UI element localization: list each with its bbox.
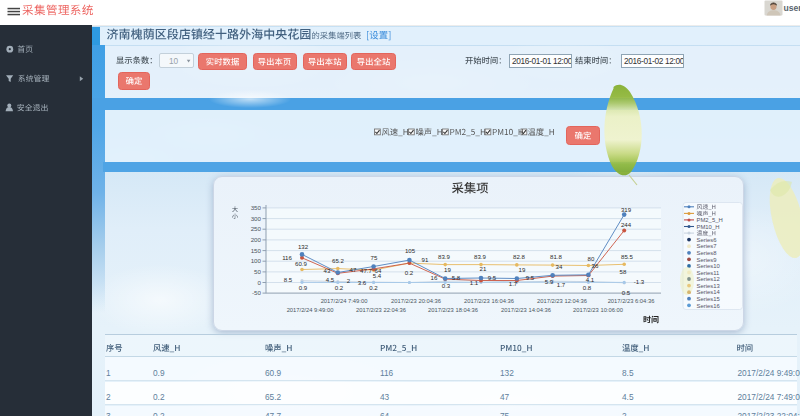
svg-text:60.9: 60.9	[265, 368, 282, 378]
svg-text:4.5: 4.5	[622, 392, 634, 402]
svg-text:132: 132	[500, 368, 514, 378]
svg-text:9.5: 9.5	[526, 274, 535, 281]
svg-text:16: 16	[431, 274, 438, 281]
svg-text:43: 43	[380, 392, 390, 402]
svg-text:75: 75	[371, 254, 378, 261]
svg-text:300: 300	[251, 215, 262, 222]
svg-text:0.9: 0.9	[153, 368, 165, 378]
svg-text:1.7: 1.7	[557, 281, 566, 288]
svg-text:0.3: 0.3	[442, 282, 451, 289]
svg-text:Series9: Series9	[697, 257, 717, 263]
svg-text:2017/2/23 22:04:36: 2017/2/23 22:04:36	[356, 307, 406, 313]
svg-text:47: 47	[500, 392, 510, 402]
svg-text:34: 34	[556, 263, 563, 270]
svg-text:116: 116	[282, 254, 292, 261]
svg-text:2017/2/24 7:49:00: 2017/2/24 7:49:00	[321, 298, 368, 304]
svg-text:65.2: 65.2	[265, 392, 282, 402]
svg-text:8.5: 8.5	[284, 276, 293, 283]
svg-text:64: 64	[380, 411, 390, 416]
svg-text:250: 250	[251, 225, 262, 232]
svg-text:19: 19	[444, 266, 451, 273]
svg-text:0: 0	[258, 279, 262, 286]
svg-text:1: 1	[106, 368, 111, 378]
svg-text:10: 10	[169, 56, 179, 66]
svg-text:4.5: 4.5	[326, 276, 335, 283]
svg-text:2017/2/23 12:04:36: 2017/2/23 12:04:36	[537, 298, 587, 304]
svg-text:82.8: 82.8	[513, 253, 525, 260]
svg-text:116: 116	[380, 368, 394, 378]
svg-text:91: 91	[422, 256, 429, 263]
svg-text:58: 58	[620, 268, 627, 275]
svg-text:85.5: 85.5	[621, 253, 633, 260]
svg-text:60.9: 60.9	[295, 260, 307, 267]
svg-text:150: 150	[251, 247, 262, 254]
svg-text:19: 19	[519, 266, 526, 273]
svg-text:75: 75	[500, 411, 510, 416]
svg-text:2017/2/23 6:04:36: 2017/2/23 6:04:36	[608, 298, 655, 304]
svg-text:2017/2/24 9:49:00: 2017/2/24 9:49:00	[287, 307, 334, 313]
svg-text:47.7: 47.7	[265, 411, 282, 416]
svg-text:4.1: 4.1	[586, 276, 595, 283]
svg-text:65.2: 65.2	[332, 257, 344, 264]
svg-text:21: 21	[480, 265, 487, 272]
svg-text:Series11: Series11	[697, 270, 720, 276]
svg-text:3: 3	[106, 411, 111, 416]
svg-text:Series6: Series6	[697, 237, 718, 243]
svg-text:2017/2/23 10:06:00: 2017/2/23 10:06:00	[573, 307, 623, 313]
svg-text:50: 50	[254, 268, 261, 275]
svg-text:Series14: Series14	[697, 289, 721, 295]
svg-text:0.2: 0.2	[369, 284, 378, 291]
svg-text:5.8: 5.8	[452, 274, 461, 281]
svg-text:2: 2	[622, 411, 627, 416]
svg-text:200: 200	[251, 236, 262, 243]
svg-text:Series10: Series10	[697, 263, 721, 269]
svg-text:5.9: 5.9	[545, 278, 554, 285]
svg-text:2017/2/23 14:04:36: 2017/2/23 14:04:36	[501, 307, 551, 313]
svg-text:350: 350	[251, 204, 262, 211]
svg-text:80: 80	[588, 255, 595, 262]
svg-text:100: 100	[251, 257, 262, 264]
svg-text:Series12: Series12	[697, 276, 720, 282]
svg-text:244: 244	[621, 221, 632, 228]
svg-text:2: 2	[106, 392, 111, 402]
svg-text:83.9: 83.9	[438, 253, 450, 260]
svg-text:83.9: 83.9	[474, 253, 486, 260]
svg-text:9.5: 9.5	[488, 274, 497, 281]
svg-text:132: 132	[298, 243, 309, 250]
svg-text:81.8: 81.8	[550, 253, 562, 260]
svg-text:2017/2/24 9:49:00: 2017/2/24 9:49:00	[738, 368, 800, 378]
svg-text:2017/2/24 7:49:00: 2017/2/24 7:49:00	[738, 392, 800, 402]
svg-text:0.2: 0.2	[153, 392, 165, 402]
svg-text:PM2_5_H: PM2_5_H	[697, 217, 723, 223]
svg-text:Series15: Series15	[697, 296, 721, 302]
svg-text:36: 36	[592, 262, 599, 269]
svg-text:3.6: 3.6	[358, 279, 367, 286]
svg-text:1.7: 1.7	[509, 280, 518, 287]
svg-text:5.4: 5.4	[373, 272, 382, 279]
svg-text:319: 319	[621, 206, 632, 213]
svg-text:-50: -50	[252, 289, 262, 296]
svg-text:47: 47	[350, 266, 357, 273]
svg-text:Series13: Series13	[697, 283, 721, 289]
svg-text:0.5: 0.5	[622, 289, 631, 296]
svg-text:47.7: 47.7	[360, 267, 372, 274]
svg-text:Series16: Series16	[697, 303, 721, 309]
svg-text:-1.3: -1.3	[634, 278, 645, 285]
svg-text:0.2: 0.2	[153, 411, 165, 416]
svg-text:8.5: 8.5	[622, 368, 634, 378]
svg-text:0.8: 0.8	[583, 284, 592, 291]
svg-text:2017/2/23 16:04:36: 2017/2/23 16:04:36	[464, 298, 514, 304]
svg-text:105: 105	[405, 247, 416, 254]
svg-text:PM10_H: PM10_H	[697, 224, 720, 230]
svg-text:2: 2	[347, 277, 351, 284]
svg-text:2017/2/23 22:04:36: 2017/2/23 22:04:36	[738, 411, 800, 416]
svg-text:0.9: 0.9	[299, 284, 308, 291]
svg-text:Series7: Series7	[697, 243, 717, 249]
svg-text:Series8: Series8	[697, 250, 718, 256]
svg-text:0.2: 0.2	[335, 284, 344, 291]
svg-text:2017/2/23 18:04:36: 2017/2/23 18:04:36	[428, 307, 478, 313]
svg-text:2017/2/23 20:04:36: 2017/2/23 20:04:36	[391, 298, 441, 304]
svg-text:usernam: usernam	[784, 3, 800, 13]
svg-text:43: 43	[324, 267, 331, 274]
svg-text:0.2: 0.2	[405, 269, 414, 276]
